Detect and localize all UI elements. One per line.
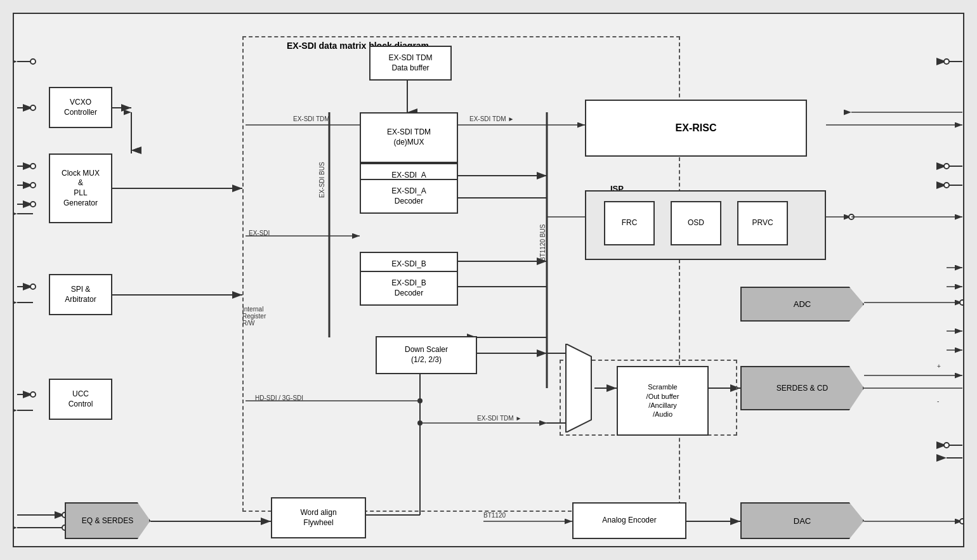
svg-point-78: [944, 164, 949, 169]
exsdi-tdm-buffer-block: EX-SDI TDMData buffer: [369, 46, 452, 81]
svg-point-23: [30, 284, 36, 289]
svg-point-14: [30, 164, 36, 169]
exsdi-tdm-label1: EX-SDI TDM: [293, 115, 330, 122]
svg-point-76: [944, 59, 949, 64]
frc-block: FRC: [604, 201, 655, 245]
spi-block: SPI &Arbitrator: [49, 274, 112, 315]
osd-block: OSD: [671, 201, 721, 245]
svg-point-8: [30, 105, 36, 110]
down-scaler-block: Down Scaler(1/2, 2/3): [376, 336, 477, 374]
svg-point-60: [960, 300, 963, 305]
exsdi-b-dec-block: EX-SDI_BDecoder: [360, 271, 458, 306]
exsdi-tdm-demux-block: EX-SDI TDM(de)MUX: [360, 112, 458, 163]
svg-point-16: [30, 183, 36, 188]
plus-label: +: [937, 363, 941, 370]
adc-block: ADC: [740, 287, 864, 322]
exsdi-tdm-label3: EX-SDI TDM ►: [477, 415, 521, 422]
word-align-block: Word alignFlywheel: [271, 497, 366, 538]
svg-point-18: [30, 202, 36, 207]
svg-point-80: [944, 183, 949, 188]
bt1120-bus-label: BT1120 BUS: [539, 225, 546, 261]
scramble-block: Scramble/Out buffer/Ancillary/Audio: [617, 366, 709, 436]
svg-point-54: [849, 214, 854, 219]
exsdi-tdm-label2: EX-SDI TDM ►: [469, 115, 514, 122]
svg-marker-89: [566, 344, 591, 433]
exsdi-bus-label: EX-SDI BUS: [318, 162, 325, 198]
svg-point-82: [944, 443, 949, 448]
serdes-cd-block: SERDES & CD: [740, 366, 864, 410]
hdsdi-label: HD-SDI / 3G-SDI: [255, 394, 303, 401]
exsdi-a-dec-block: EX-SDI_ADecoder: [360, 179, 458, 214]
vcxo-block: VCXOController: [49, 87, 112, 128]
prvc-block: PRVC: [737, 201, 788, 245]
analog-enc-block: Analog Encoder: [572, 502, 686, 539]
ucc-block: UCCControl: [49, 379, 112, 420]
clock-mux-block: Clock MUX&PLLGenerator: [49, 153, 112, 223]
mux-shape: [563, 344, 594, 433]
main-diagram: EX-SDI data matrix block diagram VCXOCon…: [13, 13, 964, 547]
ex-risc-block: EX-RISC: [585, 100, 807, 157]
svg-point-70: [960, 519, 963, 524]
minus-label: -: [937, 398, 939, 405]
dac-block: DAC: [740, 502, 864, 539]
bt1120-label: BT1120: [483, 512, 506, 519]
svg-point-6: [30, 59, 36, 64]
eq-serdes-block: EQ & SERDES: [65, 502, 150, 539]
svg-point-27: [30, 392, 36, 397]
exsdi-label: EX-SDI: [249, 230, 270, 237]
internal-reg-label: InternalRegisterR/W: [242, 306, 266, 327]
